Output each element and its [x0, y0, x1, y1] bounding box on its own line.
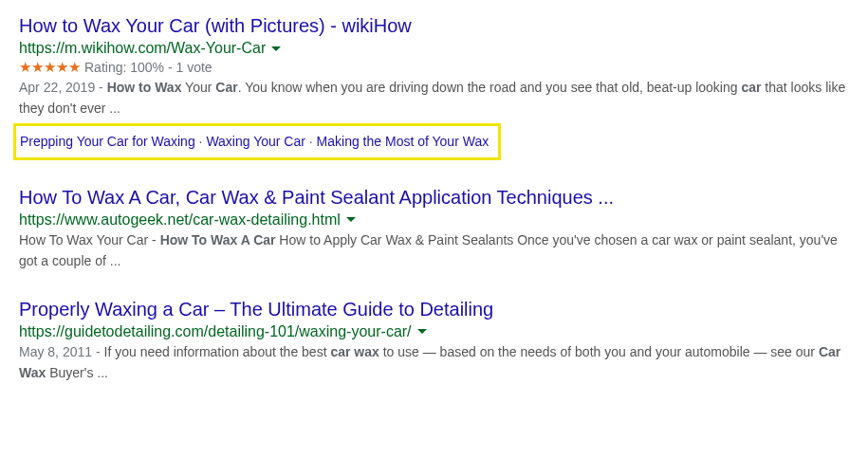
snippet-bold: car [741, 80, 761, 95]
snippet-bold: Car [215, 80, 237, 95]
snippet-bold: car wax [330, 344, 379, 359]
result-title-link[interactable]: Properly Waxing a Car – The Ultimate Gui… [19, 297, 849, 321]
result-snippet: May 8, 2011 - If you need information ab… [19, 342, 849, 384]
snippet-text: . You know when you are driving down the… [238, 80, 742, 95]
result-url: https://guidetodetailing.com/detailing-1… [19, 323, 412, 340]
result-url-row: https://www.autogeek.net/car-wax-detaili… [19, 211, 849, 229]
result-sitelinks-highlighted: Prepping Your Car for Waxing · Waxing Yo… [13, 123, 501, 160]
rating-text: Rating: 100% - 1 vote [84, 60, 212, 75]
search-result: Properly Waxing a Car – The Ultimate Gui… [19, 297, 849, 384]
result-url: https://m.wikihow.com/Wax-Your-Car [19, 40, 266, 57]
result-rating: ★★★★★ Rating: 100% - 1 vote [19, 59, 849, 76]
chevron-down-icon[interactable] [271, 46, 281, 51]
snippet-text: Your [181, 80, 215, 95]
sitelink[interactable]: Making the Most of Your Wax [317, 134, 489, 149]
separator: · [305, 134, 317, 149]
snippet-text: to use — based on the needs of both you … [379, 344, 819, 359]
snippet-text: Buyer's ... [46, 365, 108, 380]
chevron-down-icon[interactable] [346, 217, 356, 222]
star-icon: ★★★★★ [19, 59, 81, 76]
snippet-date: May 8, 2011 - [19, 344, 104, 359]
snippet-text: If you need information about the best [104, 344, 331, 359]
search-result: How To Wax A Car, Car Wax & Paint Sealan… [19, 185, 849, 272]
result-snippet: Apr 22, 2019 - How to Wax Your Car. You … [19, 78, 849, 119]
snippet-date: Apr 22, 2019 - [19, 80, 107, 95]
result-snippet: How To Wax Your Car - How To Wax A Car H… [19, 230, 849, 272]
snippet-text: How To Wax Your Car - [19, 232, 160, 247]
result-url-row: https://m.wikihow.com/Wax-Your-Car [19, 40, 849, 57]
chevron-down-icon[interactable] [417, 329, 427, 334]
result-title-link[interactable]: How To Wax A Car, Car Wax & Paint Sealan… [19, 185, 849, 210]
separator: · [195, 134, 207, 149]
snippet-bold: How to Wax [107, 80, 182, 95]
result-title-link[interactable]: How to Wax Your Car (with Pictures) - wi… [19, 13, 849, 38]
sitelink[interactable]: Waxing Your Car [206, 134, 305, 149]
result-url-row: https://guidetodetailing.com/detailing-1… [19, 323, 849, 340]
search-result: How to Wax Your Car (with Pictures) - wi… [19, 13, 849, 160]
sitelink[interactable]: Prepping Your Car for Waxing [20, 134, 195, 149]
result-url: https://www.autogeek.net/car-wax-detaili… [19, 211, 341, 229]
snippet-bold: How To Wax A Car [160, 232, 276, 247]
